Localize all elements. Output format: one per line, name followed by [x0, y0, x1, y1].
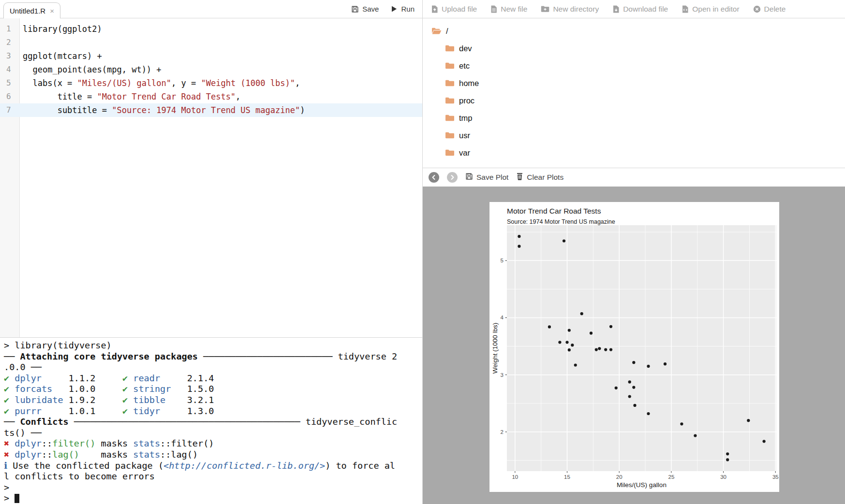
toolbar-open-in-editor[interactable]: Open in editor	[682, 5, 739, 14]
console-token: tidyr	[133, 406, 160, 416]
clear-plots-button[interactable]: Clear Plots	[516, 173, 563, 182]
code-line[interactable]: 5 labs(x = "Miles/(US) gallon", y = "Wei…	[0, 76, 422, 90]
folder-icon	[445, 149, 455, 157]
tree-row-home[interactable]: home	[431, 74, 845, 92]
data-point	[558, 341, 561, 344]
console-token: dplyr	[15, 373, 42, 383]
data-point	[647, 365, 650, 368]
console-token: ✔	[122, 395, 133, 405]
console-token: readr	[133, 373, 160, 383]
tree-row-dev[interactable]: dev	[431, 40, 845, 57]
console-line: ✔ lubridate 1.9.2 ✔ tibble 3.2.1	[4, 395, 422, 406]
console-line: ── Attaching core tidyverse packages ───…	[4, 351, 422, 362]
data-point	[609, 325, 612, 328]
x-tick-label: 20	[616, 474, 623, 480]
code-line[interactable]: 2	[0, 36, 422, 49]
line-number: 1	[0, 22, 20, 36]
console-token: stats	[133, 449, 160, 460]
run-button[interactable]: Run	[390, 5, 415, 13]
upload-file-icon	[431, 5, 438, 13]
console-line: ✔ dplyr 1.1.2 ✔ readr 2.1.4	[4, 373, 422, 384]
console-token: 1.0.0	[52, 384, 122, 394]
arrow-right-icon	[449, 174, 455, 180]
data-point	[604, 348, 607, 351]
code-line[interactable]: 3ggplot(mtcars) +	[0, 49, 422, 63]
code-line[interactable]: 6 title = "Motor Trend Car Road Tests",	[0, 90, 422, 103]
console-token: 1.3.0	[160, 406, 214, 416]
code-line-text: ggplot(mtcars) +	[20, 49, 422, 63]
console-token: ts() ──	[4, 428, 42, 438]
delete-icon	[753, 5, 761, 13]
save-icon	[351, 5, 359, 13]
tree-row-root[interactable]: /	[431, 22, 845, 40]
tab-title: Untitled1.R	[10, 7, 45, 15]
console-token: purrr	[15, 406, 42, 416]
tree-row-etc[interactable]: etc	[431, 57, 845, 74]
r-console[interactable]: > library(tidyverse)── Attaching core ti…	[0, 337, 422, 504]
console-token: >	[4, 482, 9, 492]
tab-close-icon[interactable]: ×	[50, 7, 54, 14]
tree-row-proc[interactable]: proc	[431, 92, 845, 109]
plot-card: 1015202530352345Motor Trend Car Road Tes…	[489, 202, 779, 492]
tree-item-label: /	[446, 27, 448, 36]
editor-pane: Untitled1.R × Save Run	[0, 0, 423, 504]
file-browser-toolbar: Upload fileNew fileNew directoryDownload…	[423, 0, 845, 18]
toolbar-item-label: Delete	[764, 5, 786, 14]
console-token: 3.2.1	[165, 395, 214, 405]
console-token: >	[4, 493, 15, 503]
next-plot-button[interactable]	[447, 172, 458, 183]
data-point	[628, 395, 631, 398]
code-token: subtitle =	[23, 105, 112, 115]
toolbar-item-label: New directory	[553, 5, 599, 14]
console-token: 1.1.2	[42, 373, 122, 383]
data-point	[518, 235, 520, 238]
data-point	[632, 386, 635, 389]
save-button[interactable]: Save	[351, 5, 379, 13]
toolbar-new-directory[interactable]: New directory	[541, 5, 599, 14]
toolbar-download-file[interactable]: Download file	[612, 5, 668, 14]
data-point	[609, 348, 612, 351]
code-line[interactable]: 4 geom_point(aes(mpg, wt)) +	[0, 63, 422, 76]
line-number: 3	[0, 49, 20, 63]
console-token: Attaching core tidyverse packages	[20, 351, 198, 361]
code-token: labs(x =	[23, 78, 77, 88]
data-point	[568, 348, 571, 351]
console-token: ✔	[4, 373, 15, 383]
tab-untitled1[interactable]: Untitled1.R ×	[3, 2, 60, 18]
toolbar-upload-file[interactable]: Upload file	[431, 5, 477, 14]
previous-plot-button[interactable]	[429, 172, 439, 183]
console-token: dplyr	[15, 438, 42, 448]
data-point	[595, 348, 598, 351]
folder-icon	[445, 97, 455, 104]
console-token: ✔	[4, 406, 15, 416]
tree-row-usr[interactable]: usr	[431, 127, 845, 144]
console-token: ::lag()	[160, 449, 198, 460]
tree-row-var[interactable]: var	[431, 144, 845, 161]
console-token: tibble	[133, 395, 165, 405]
code-line[interactable]: 1library(ggplot2)	[0, 22, 422, 36]
code-line[interactable]: 7 subtitle = "Source: 1974 Motor Trend U…	[0, 103, 422, 117]
code-token: , y =	[171, 78, 201, 88]
toolbar-delete[interactable]: Delete	[753, 5, 786, 14]
save-plot-button[interactable]: Save Plot	[465, 173, 508, 182]
data-point	[563, 239, 565, 242]
tree-row-tmp[interactable]: tmp	[431, 109, 845, 127]
console-token: ::filter()	[160, 438, 214, 448]
console-token: ──	[4, 351, 20, 361]
editor-actions: Save Run	[351, 5, 422, 13]
run-icon	[390, 5, 398, 13]
x-tick-label: 15	[564, 474, 570, 480]
console-token: l conflicts to become errors	[4, 471, 155, 481]
code-token: ,	[236, 92, 240, 101]
code-line-text	[20, 36, 422, 49]
data-point	[633, 404, 636, 407]
console-line: ✖ dplyr::lag() masks stats::lag()	[4, 449, 422, 461]
toolbar-new-file[interactable]: New file	[490, 5, 527, 14]
save-label: Save	[362, 5, 379, 13]
console-token: .0.0 ──	[4, 362, 42, 372]
data-point	[548, 325, 551, 328]
toolbar-item-label: Open in editor	[692, 5, 739, 14]
code-line-text: geom_point(aes(mpg, wt)) +	[20, 63, 422, 76]
code-editor[interactable]: 1library(ggplot2)23ggplot(mtcars) +4 geo…	[0, 18, 422, 337]
data-point	[518, 245, 520, 248]
